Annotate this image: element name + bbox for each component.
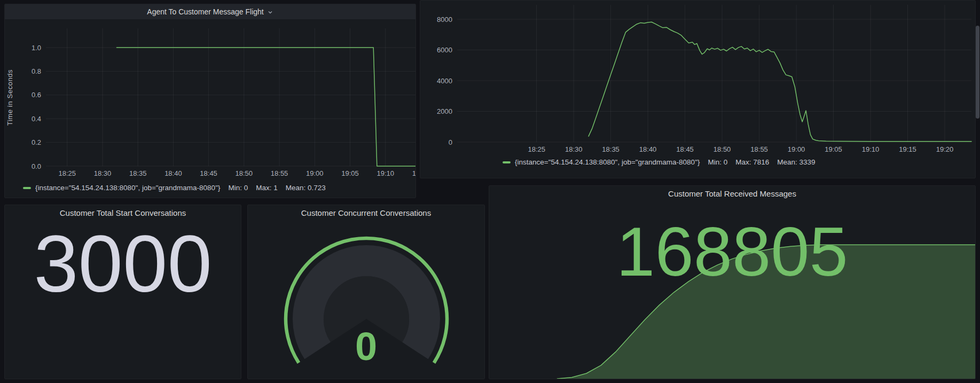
svg-text:18:40: 18:40: [164, 169, 182, 177]
svg-text:18:25: 18:25: [528, 145, 545, 153]
svg-text:19:20: 19:20: [936, 145, 954, 153]
svg-text:0.8: 0.8: [32, 67, 41, 75]
rate-timeseries-chart[interactable]: 18:2518:3018:3518:4018:4518:5018:5519:00…: [420, 1, 975, 159]
legend-mean: Mean: 3339: [777, 158, 815, 166]
svg-text:19:05: 19:05: [341, 169, 359, 177]
svg-text:19:15: 19:15: [899, 145, 916, 153]
svg-text:19:15: 19:15: [412, 169, 416, 177]
legend-max: Max: 7816: [735, 158, 769, 166]
legend-mean: Mean: 0.723: [286, 184, 326, 192]
svg-text:0: 0: [449, 138, 452, 146]
svg-text:18:55: 18:55: [271, 169, 288, 177]
svg-text:18:35: 18:35: [129, 169, 147, 177]
svg-text:18:30: 18:30: [94, 169, 112, 177]
series-color-marker[interactable]: [23, 187, 31, 189]
svg-text:18:45: 18:45: [676, 145, 694, 153]
svg-text:18:55: 18:55: [750, 145, 768, 153]
scrollbar-thumb[interactable]: [976, 26, 979, 119]
panel-received-rate: 18:2518:3018:3518:4018:4518:5018:5519:00…: [420, 0, 976, 178]
legend-series-name[interactable]: {instance="54.154.24.138:8080", job="gra…: [515, 158, 700, 166]
legend-min: Min: 0: [708, 158, 727, 166]
legend-max: Max: 1: [256, 184, 278, 192]
svg-text:19:00: 19:00: [788, 145, 805, 153]
panel-agent-to-customer-message-flight: Agent To Customer Message Flight Time in…: [4, 4, 416, 198]
svg-text:8000: 8000: [437, 15, 452, 24]
svg-text:18:50: 18:50: [714, 145, 731, 153]
svg-text:1.0: 1.0: [32, 44, 41, 52]
svg-text:0.6: 0.6: [32, 91, 41, 99]
svg-text:19:00: 19:00: [306, 169, 324, 177]
svg-text:19:10: 19:10: [862, 145, 880, 153]
panel-customer-concurrent-conversations: Customer Concurrent Conversations 0: [247, 205, 485, 379]
legend: {instance="54.154.24.138:8080", job="gra…: [503, 158, 816, 166]
panel-title: Customer Total Received Messages: [489, 189, 975, 198]
panel-title: Customer Total Start Conversations: [5, 208, 241, 217]
svg-text:2000: 2000: [437, 107, 452, 115]
series-color-marker[interactable]: [503, 161, 511, 163]
gauge-value: 0: [248, 325, 484, 368]
svg-text:18:35: 18:35: [602, 145, 620, 153]
svg-text:0.2: 0.2: [32, 138, 41, 146]
svg-text:0.0: 0.0: [32, 162, 41, 170]
svg-text:6000: 6000: [437, 46, 452, 54]
legend: {instance="54.154.24.138:8080", job="gra…: [23, 184, 326, 192]
svg-text:18:30: 18:30: [565, 145, 583, 153]
svg-text:18:50: 18:50: [236, 169, 253, 177]
svg-text:19:10: 19:10: [377, 169, 394, 177]
stat-value: 3000: [5, 220, 241, 308]
panel-customer-total-received-messages: Customer Total Received Messages 168805: [489, 185, 976, 379]
panel-customer-total-start-conversations: Customer Total Start Conversations 3000: [4, 205, 241, 379]
svg-text:19:05: 19:05: [825, 145, 842, 153]
stat-value: 168805: [489, 214, 975, 289]
svg-text:18:40: 18:40: [639, 145, 657, 153]
grafana-dashboard: Agent To Customer Message Flight Time in…: [0, 0, 980, 383]
svg-text:4000: 4000: [437, 77, 452, 85]
svg-text:18:45: 18:45: [200, 169, 217, 177]
legend-series-name[interactable]: {instance="54.154.24.138:8080", job="gra…: [35, 184, 220, 192]
svg-text:0.4: 0.4: [32, 115, 41, 123]
flight-timeseries-chart[interactable]: 18:2518:3018:3518:4018:4518:5018:5519:00…: [5, 4, 416, 181]
legend-min: Min: 0: [228, 184, 248, 192]
svg-text:18:25: 18:25: [58, 169, 76, 177]
